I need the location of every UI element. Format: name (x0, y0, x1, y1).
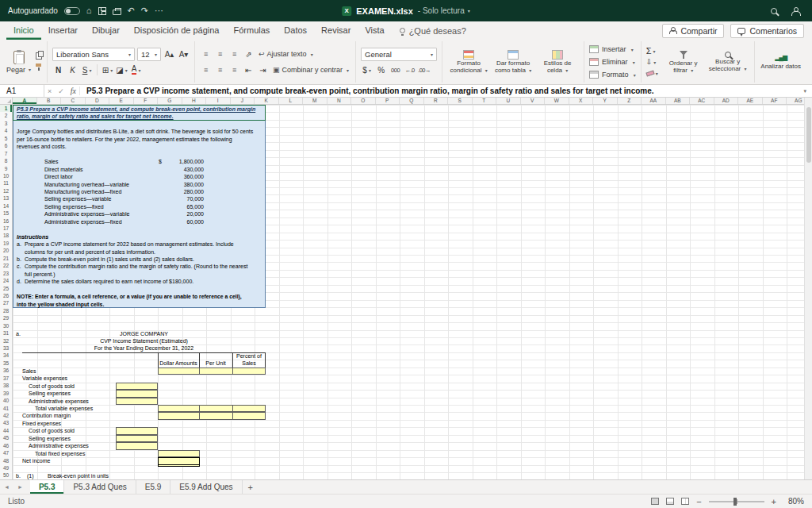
font-size-select[interactable]: 12▾ (137, 48, 161, 61)
row-header-13[interactable]: 13 (0, 194, 12, 202)
sheet-nav-left-icon[interactable]: ◄ (0, 480, 13, 494)
home-icon[interactable]: ⌂ (86, 0, 92, 21)
row-header-25[interactable]: 25 (0, 285, 12, 292)
format-cells-button[interactable]: Formato▾ (589, 69, 636, 81)
sheet-nav-right-icon[interactable]: ► (13, 480, 27, 494)
share-button[interactable]: Compartir (662, 24, 724, 38)
row-header-4[interactable]: 4 (0, 127, 12, 134)
input-cell-r41-unit[interactable] (199, 405, 233, 412)
autosave-toggle[interactable] (64, 7, 80, 15)
tell-me[interactable]: ¿Qué deseas? (400, 26, 466, 36)
column-header-Q[interactable]: Q (400, 98, 424, 104)
wrap-text-button[interactable]: ↩Ajustar texto▾ (257, 50, 315, 58)
row-header-47[interactable]: 47 (0, 449, 12, 456)
column-header-O[interactable]: O (351, 98, 376, 104)
orientation-icon[interactable]: ⇗ (243, 48, 255, 60)
column-header-V[interactable]: V (521, 98, 546, 104)
row-header-33[interactable]: 33 (0, 344, 12, 352)
document-state[interactable]: - Solo lectura▾ (418, 6, 470, 15)
input-cell-r39-small[interactable] (116, 390, 158, 397)
autosum-button[interactable]: Σ▾ (646, 46, 658, 56)
row-header-1[interactable]: 1 (0, 105, 12, 112)
underline-button[interactable]: S▾ (81, 64, 93, 76)
row-header-18[interactable]: 18 (0, 232, 12, 239)
column-header-AF[interactable]: AF (763, 98, 787, 104)
input-cell-r45-small[interactable] (116, 435, 158, 442)
account-icon[interactable] (791, 7, 799, 15)
column-header-W[interactable]: W (545, 98, 569, 104)
increase-indent-icon[interactable]: ⇥ (257, 64, 269, 76)
row-header-5[interactable]: 5 (0, 135, 12, 142)
conditional-formatting-button[interactable]: Formato condicional ▾ (447, 50, 490, 75)
align-center-icon[interactable]: ≡ (214, 64, 226, 76)
more-commands-icon[interactable]: ⋯ (155, 0, 163, 21)
row-header-35[interactable]: 35 (0, 360, 12, 367)
row-header-36[interactable]: 36 (0, 367, 12, 374)
row-header-24[interactable]: 24 (0, 277, 12, 284)
column-header-F[interactable]: F (134, 98, 159, 104)
row-header-39[interactable]: 39 (0, 390, 12, 397)
enter-icon[interactable]: ✓ (55, 87, 67, 95)
percent-format-button[interactable]: % (375, 64, 387, 76)
copy-icon[interactable] (36, 52, 42, 60)
input-cell-r36-dollar[interactable] (158, 368, 200, 375)
increase-decimal-icon[interactable]: ←.0 (404, 64, 416, 76)
align-top-icon[interactable]: ≡ (200, 48, 212, 60)
format-as-table-button[interactable]: Dar formato como tabla ▾ (492, 50, 534, 75)
decrease-decimal-icon[interactable]: .00→ (418, 64, 431, 76)
row-header-6[interactable]: 6 (0, 142, 12, 149)
search-icon[interactable] (771, 8, 777, 14)
add-sheet-button[interactable]: + (243, 480, 259, 494)
number-format-select[interactable]: General▾ (361, 48, 437, 61)
input-cell-r38-small[interactable] (116, 383, 158, 390)
column-header-J[interactable]: J (231, 98, 255, 104)
sheet-canvas[interactable]: P5.3 Prepare a CVP income statement, and… (13, 105, 804, 479)
input-cell-r42-unit[interactable] (199, 412, 233, 419)
sort-filter-button[interactable]: Ordenar y filtrar ▾ (662, 50, 705, 75)
sheet-tab-e5-9-add-ques[interactable]: E5.9 Add Ques (170, 480, 242, 494)
column-header-G[interactable]: G (158, 98, 182, 104)
row-header-50[interactable]: 50 (0, 471, 12, 479)
vertical-scrollbar[interactable] (804, 98, 812, 479)
input-cell-r36-pct[interactable] (232, 368, 266, 375)
name-box[interactable]: A1 (0, 85, 44, 98)
zoom-slider[interactable] (709, 501, 764, 502)
row-header-3[interactable]: 3 (0, 120, 12, 127)
row-header-28[interactable]: 28 (0, 307, 12, 314)
comments-button[interactable]: Comentarios (730, 24, 804, 38)
column-header-AG[interactable]: AG (787, 98, 804, 104)
row-header-11[interactable]: 11 (0, 179, 12, 187)
column-header-P[interactable]: P (376, 98, 400, 104)
column-header-Z[interactable]: Z (618, 98, 642, 104)
ribbon-tab-disposici-n-de-p-gina[interactable]: Disposición de página (127, 21, 227, 40)
zoom-level[interactable]: 80% (783, 497, 804, 506)
column-header-I[interactable]: I (206, 98, 231, 104)
column-header-AC[interactable]: AC (690, 98, 714, 104)
view-normal-icon[interactable] (651, 498, 659, 505)
bold-button[interactable]: N (52, 64, 64, 76)
row-header-14[interactable]: 14 (0, 202, 12, 210)
column-header-M[interactable]: M (303, 98, 327, 104)
ribbon-tab-inicio[interactable]: Inicio (6, 21, 41, 40)
row-header-31[interactable]: 31 (0, 329, 12, 337)
currency-format-button[interactable]: $▾ (361, 64, 373, 76)
input-cell-r41-dollar[interactable] (158, 405, 200, 412)
insert-cells-button[interactable]: Insertar▾ (589, 44, 636, 56)
align-right-icon[interactable]: ≡ (228, 64, 240, 76)
row-header-12[interactable]: 12 (0, 187, 12, 194)
row-header-9[interactable]: 9 (0, 165, 12, 172)
input-cell-r36-unit[interactable] (199, 368, 233, 375)
row-header-8[interactable]: 8 (0, 157, 12, 164)
delete-cells-button[interactable]: Eliminar▾ (589, 56, 636, 68)
row-header-2[interactable]: 2 (0, 112, 12, 119)
view-page-layout-icon[interactable] (666, 498, 674, 505)
row-header-23[interactable]: 23 (0, 270, 12, 277)
row-header-17[interactable]: 17 (0, 225, 12, 232)
row-header-16[interactable]: 16 (0, 217, 12, 225)
column-header-N[interactable]: N (327, 98, 352, 104)
column-header-AB[interactable]: AB (666, 98, 691, 104)
column-header-AD[interactable]: AD (714, 98, 739, 104)
zoom-slider-thumb[interactable] (733, 498, 737, 506)
find-select-button[interactable]: Buscar y seleccionar ▾ (707, 52, 749, 73)
column-header-C[interactable]: C (61, 98, 86, 104)
